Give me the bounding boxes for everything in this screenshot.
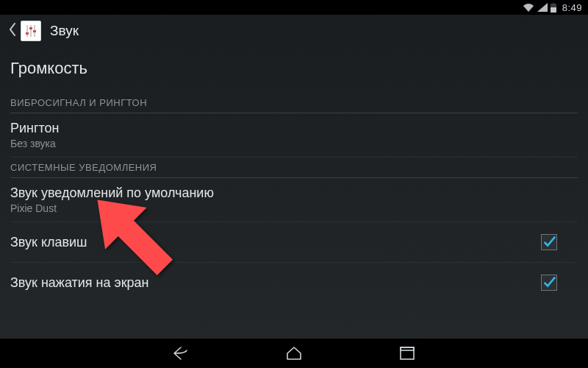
volume-heading[interactable]: Громкость [10, 47, 578, 93]
status-clock: 8:49 [562, 2, 582, 13]
back-button[interactable] [4, 18, 46, 44]
nav-home-button[interactable] [278, 342, 310, 365]
nav-recent-button[interactable] [391, 342, 423, 365]
section-vibrate-ringtone: ВИБРОСИГНАЛ И РИНГТОН [10, 93, 578, 113]
default-notification-summary: Pixie Dust [10, 202, 214, 214]
svg-rect-2 [551, 7, 556, 13]
ringtone-row[interactable]: Рингтон Без звука [10, 113, 578, 158]
touch-sounds-row[interactable]: Звук нажатия на экран [10, 263, 578, 302]
default-notification-row[interactable]: Звук уведомлений по умолчанию Pixie Dust [10, 178, 578, 222]
navigation-bar [0, 339, 588, 368]
signal-icon [537, 3, 548, 12]
dial-pad-sounds-title: Звук клавиш [10, 235, 87, 250]
ringtone-title: Рингтон [10, 121, 60, 136]
settings-list: Громкость ВИБРОСИГНАЛ И РИНГТОН Рингтон … [0, 47, 588, 339]
equalizer-icon [21, 21, 41, 41]
svg-rect-8 [33, 30, 36, 32]
touch-sounds-checkbox[interactable] [541, 275, 557, 291]
touch-sounds-title: Звук нажатия на экран [10, 275, 149, 291]
svg-rect-6 [26, 32, 29, 35]
svg-rect-10 [401, 347, 414, 359]
dial-pad-sounds-row[interactable]: Звук клавиш [10, 222, 578, 263]
screen: 8:49 Звук Громкость ВИБРОСИГНАЛ И РИ [0, 0, 588, 368]
status-bar: 8:49 [0, 0, 588, 15]
page-title: Звук [50, 23, 79, 39]
wifi-icon [523, 3, 534, 12]
battery-icon [551, 3, 556, 13]
dial-pad-sounds-checkbox[interactable] [541, 234, 557, 250]
chevron-left-icon [9, 23, 16, 39]
svg-rect-11 [401, 347, 414, 350]
ringtone-summary: Без звука [10, 138, 60, 149]
section-system-notifications: СИСТЕМНЫЕ УВЕДОМЛЕНИЯ [10, 158, 578, 178]
nav-back-button[interactable] [165, 342, 197, 365]
svg-rect-7 [29, 27, 32, 29]
action-bar: Звук [0, 15, 588, 47]
svg-rect-1 [553, 3, 554, 4]
default-notification-title: Звук уведомлений по умолчанию [10, 185, 214, 201]
